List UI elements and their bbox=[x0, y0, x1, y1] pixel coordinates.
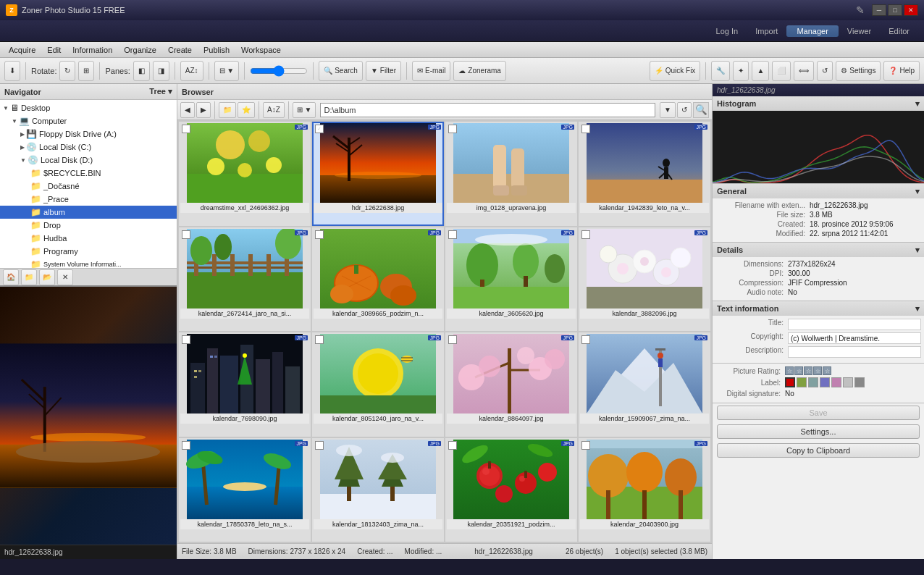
thumbnail-10[interactable]: JPG kalendar_8051240_jaro_na_v... bbox=[312, 332, 444, 437]
minimize-button[interactable]: ─ bbox=[872, 4, 886, 16]
thumbnail-9[interactable]: JPG kalendar_7698090.jpg bbox=[179, 332, 311, 437]
nav-btn-1[interactable]: 🏠 bbox=[3, 269, 19, 285]
zoom-slider[interactable] bbox=[250, 65, 308, 77]
nav-btn-4[interactable]: ✕ bbox=[57, 269, 73, 285]
color-silver[interactable] bbox=[843, 377, 853, 387]
menu-workspace[interactable]: Workspace bbox=[235, 44, 287, 56]
thumbnail-13[interactable]: JPG kalendar_17850378_leto_na_s... bbox=[179, 438, 311, 542]
menu-organize[interactable]: Organize bbox=[118, 44, 162, 56]
settings-button[interactable]: Settings... bbox=[717, 424, 920, 439]
sort-button[interactable]: AZ↕ bbox=[180, 61, 203, 81]
tree-item-recycle[interactable]: 📁 $RECYCLE.BIN bbox=[0, 167, 177, 180]
thumbnail-11[interactable]: JPG kalendar_8864097.jpg bbox=[445, 332, 577, 437]
thumbnail-3[interactable]: JPG img_0128_upravena.jpg bbox=[445, 122, 577, 226]
rating-stars[interactable]: ☆ ☆ ☆ ☆ ☆ bbox=[785, 366, 831, 375]
panes-right-button[interactable]: ◨ bbox=[153, 61, 169, 81]
star-5[interactable]: ☆ bbox=[823, 366, 831, 375]
color-teal[interactable] bbox=[808, 377, 818, 387]
tree-item-locald[interactable]: ▼ 💿 Local Disk (D:) bbox=[0, 154, 177, 167]
rotate-cw-button[interactable]: ↻ bbox=[59, 61, 75, 81]
general-header[interactable]: General ▾ bbox=[713, 184, 924, 198]
folder-button[interactable]: 📁 bbox=[219, 102, 236, 118]
quick-fix-button[interactable]: ⚡ Quick Fix bbox=[650, 61, 701, 81]
tree-item-docasne[interactable]: 📁 _Dočasné bbox=[0, 180, 177, 193]
refresh-button[interactable]: ↺ bbox=[817, 61, 833, 81]
compare-button[interactable]: ⟺ bbox=[794, 61, 814, 81]
star-2[interactable]: ☆ bbox=[794, 366, 803, 375]
histogram-header[interactable]: Histogram ▾ bbox=[713, 96, 924, 111]
color-green[interactable] bbox=[797, 377, 807, 387]
zonerama-button[interactable]: ☁ Zonerama bbox=[453, 61, 506, 81]
star-1[interactable]: ☆ bbox=[785, 366, 794, 375]
thumbnail-4[interactable]: JPG kalendar_1942839_leto_na_v... bbox=[579, 122, 710, 226]
editor-button[interactable]: Editor bbox=[880, 25, 918, 37]
back-button[interactable]: ◀ bbox=[180, 102, 195, 118]
tree-item-hudba[interactable]: 📁 Hudba bbox=[0, 232, 177, 245]
manager-button[interactable]: Manager bbox=[786, 25, 838, 37]
menu-publish[interactable]: Publish bbox=[198, 44, 235, 56]
tree-item-prace[interactable]: 📁 _Prace bbox=[0, 193, 177, 206]
text-info-input-copyright[interactable] bbox=[788, 332, 921, 344]
panes-left-button[interactable]: ◧ bbox=[133, 61, 150, 81]
menu-information[interactable]: Information bbox=[67, 44, 118, 56]
copy-to-clipboard-button[interactable]: Copy to Clipboard bbox=[717, 443, 920, 458]
tree-item-desktop[interactable]: ▼ 🖥 Desktop bbox=[0, 101, 177, 114]
search-button[interactable]: 🔍 Search bbox=[319, 61, 363, 81]
browser-search-button[interactable]: 🔍 bbox=[693, 102, 709, 118]
thumbnail-16[interactable]: JPG kalendar_20403900.jpg bbox=[579, 438, 710, 542]
path-input[interactable] bbox=[320, 103, 655, 117]
color-pink[interactable] bbox=[831, 377, 841, 387]
login-button[interactable]: Log In bbox=[707, 25, 747, 37]
path-dropdown[interactable]: ▼ bbox=[660, 102, 676, 118]
settings-toolbar-button[interactable]: ⚙ Settings bbox=[836, 61, 881, 81]
thumbnail-5[interactable]: JPG kalendar_2672414_jaro_na_si... bbox=[179, 227, 311, 332]
general-collapse[interactable]: ▾ bbox=[915, 187, 920, 196]
thumbnail-12[interactable]: JPG kalendar_15909067_zima_na... bbox=[579, 332, 710, 437]
details-collapse[interactable]: ▾ bbox=[915, 245, 920, 255]
thumbnail-6[interactable]: JPG kalendar_3089665_podzim_n... bbox=[312, 227, 444, 332]
frame-button[interactable]: ⬜ bbox=[772, 61, 791, 81]
import-button[interactable]: Import bbox=[747, 25, 786, 37]
rotate-grid-button[interactable]: ⊞ bbox=[78, 61, 94, 81]
email-button[interactable]: ✉ E-mail bbox=[412, 61, 450, 81]
tree-item-computer[interactable]: ▼ 💻 Computer bbox=[0, 114, 177, 127]
save-button[interactable]: Save bbox=[717, 406, 920, 420]
nav-btn-2[interactable]: 📁 bbox=[21, 269, 37, 285]
thumbnail-8[interactable]: JPG kalendar_3882096.jpg bbox=[579, 227, 710, 332]
triangle-button[interactable]: ▲ bbox=[752, 61, 769, 81]
tree-item-localc[interactable]: ▶ 💿 Local Disk (C:) bbox=[0, 140, 177, 154]
nav-btn-3[interactable]: 📂 bbox=[39, 269, 55, 285]
refresh-nav-button[interactable]: ↺ bbox=[677, 102, 692, 118]
menu-create[interactable]: Create bbox=[162, 44, 198, 56]
text-info-input-description[interactable] bbox=[788, 346, 921, 358]
view-button[interactable]: ⊟ ▼ bbox=[214, 61, 240, 81]
details-header[interactable]: Details ▾ bbox=[713, 243, 924, 257]
tree-item-floppy[interactable]: ▶ 💾 Floppy Disk Drive (A:) bbox=[0, 127, 177, 140]
tools-button[interactable]: 🔧 bbox=[711, 61, 730, 81]
close-button[interactable]: ✕ bbox=[904, 4, 918, 16]
text-info-header[interactable]: Text information ▾ bbox=[713, 301, 924, 316]
thumbnail-2[interactable]: JPG ✓ hdr_12622638.jpg bbox=[312, 122, 444, 226]
tree-item-programy[interactable]: 📁 Programy bbox=[0, 245, 177, 258]
maximize-button[interactable]: □ bbox=[888, 4, 902, 16]
magic-button[interactable]: ✦ bbox=[733, 61, 749, 81]
edit-icon[interactable]: ✎ bbox=[856, 4, 865, 16]
tree-item-drop[interactable]: 📁 Drop bbox=[0, 219, 177, 232]
menu-edit[interactable]: Edit bbox=[41, 44, 67, 56]
star-folder-button[interactable]: ⭐ bbox=[238, 102, 255, 118]
color-gray[interactable] bbox=[854, 377, 865, 387]
text-info-collapse[interactable]: ▾ bbox=[915, 304, 920, 314]
tree-item-album[interactable]: 📁 album bbox=[0, 206, 177, 219]
help-button[interactable]: ❓ Help bbox=[883, 61, 920, 81]
tree-item-sysvolinfo[interactable]: 📁 System Volume Informati... bbox=[0, 258, 177, 268]
color-blue[interactable] bbox=[820, 377, 830, 387]
thumbnail-1[interactable]: JPG dreamstime_xxl_24696362.jpg bbox=[179, 122, 311, 226]
star-4[interactable]: ☆ bbox=[813, 366, 822, 375]
star-3[interactable]: ☆ bbox=[804, 366, 812, 375]
forward-button[interactable]: ▶ bbox=[196, 102, 211, 118]
sort-az-button[interactable]: A↕Z bbox=[263, 102, 285, 118]
acquire-button[interactable]: ⬇ bbox=[4, 61, 20, 81]
histogram-collapse[interactable]: ▾ bbox=[915, 99, 920, 109]
color-red[interactable] bbox=[785, 377, 795, 387]
thumbnail-7[interactable]: JPG kalendar_3605620.jpg bbox=[445, 227, 577, 332]
